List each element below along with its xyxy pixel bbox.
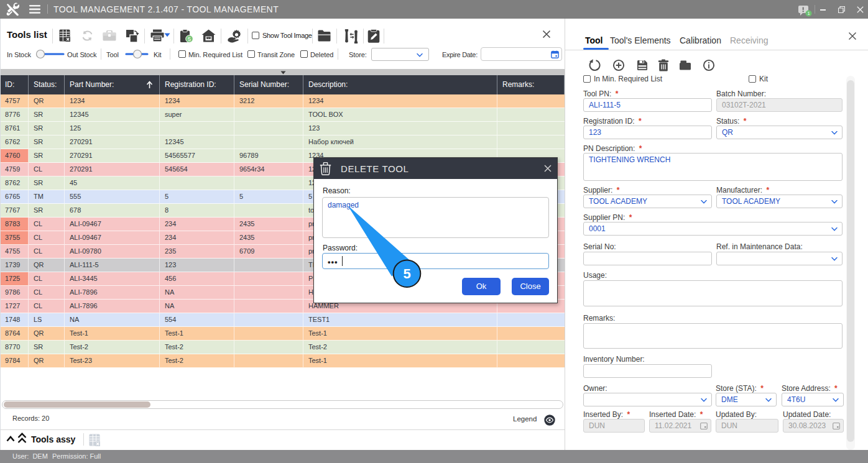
svg-text:1: 1	[807, 11, 810, 16]
svg-text:5: 5	[404, 266, 411, 282]
svg-text:5: 5	[188, 36, 191, 42]
